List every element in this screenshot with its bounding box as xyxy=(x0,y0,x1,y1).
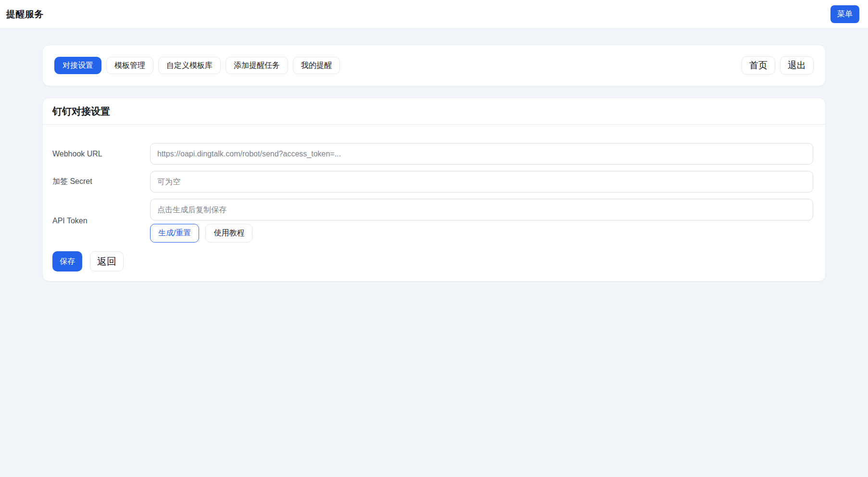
tab-integration-settings[interactable]: 对接设置 xyxy=(54,57,101,74)
panel-body: Webhook URL 加签 Secret API Token 生成/重置 使用… xyxy=(43,125,825,281)
api-token-label: API Token xyxy=(52,217,150,225)
secret-row: 加签 Secret xyxy=(52,171,813,193)
nav-tab-group: 对接设置 模板管理 自定义模板库 添加提醒任务 我的提醒 xyxy=(54,57,340,74)
api-token-input[interactable] xyxy=(150,199,813,220)
menu-button[interactable]: 菜单 xyxy=(830,5,859,23)
api-token-buttons: 生成/重置 使用教程 xyxy=(150,224,813,243)
generate-reset-button[interactable]: 生成/重置 xyxy=(150,224,199,243)
api-token-field-wrap: 生成/重置 使用教程 xyxy=(150,199,813,243)
tab-my-reminders[interactable]: 我的提醒 xyxy=(293,57,340,74)
webhook-url-input[interactable] xyxy=(150,143,813,165)
tab-add-reminder-task[interactable]: 添加提醒任务 xyxy=(226,57,288,74)
back-button[interactable]: 返回 xyxy=(90,251,124,271)
navigation-bar: 对接设置 模板管理 自定义模板库 添加提醒任务 我的提醒 首页 退出 xyxy=(42,45,826,86)
panel-header: 钉钉对接设置 xyxy=(43,98,825,125)
tab-custom-template-library[interactable]: 自定义模板库 xyxy=(158,57,221,74)
nav-right-group: 首页 退出 xyxy=(742,56,814,75)
tutorial-button[interactable]: 使用教程 xyxy=(205,224,252,243)
panel-title: 钉钉对接设置 xyxy=(52,105,816,118)
top-header: 提醒服务 菜单 xyxy=(0,0,868,29)
form-actions: 保存 返回 xyxy=(52,251,813,271)
secret-label: 加签 Secret xyxy=(52,177,150,187)
home-button[interactable]: 首页 xyxy=(742,56,775,75)
exit-button[interactable]: 退出 xyxy=(780,56,814,75)
api-token-row: API Token 生成/重置 使用教程 xyxy=(52,199,813,243)
app-title: 提醒服务 xyxy=(6,8,44,21)
secret-input[interactable] xyxy=(150,171,813,193)
dingtalk-settings-panel: 钉钉对接设置 Webhook URL 加签 Secret API Token xyxy=(42,98,826,282)
webhook-url-label: Webhook URL xyxy=(52,150,150,158)
save-button[interactable]: 保存 xyxy=(52,251,82,271)
secret-field-wrap xyxy=(150,171,813,193)
webhook-url-row: Webhook URL xyxy=(52,143,813,165)
content-container: 对接设置 模板管理 自定义模板库 添加提醒任务 我的提醒 首页 退出 钉钉对接设… xyxy=(42,45,826,282)
tab-template-management[interactable]: 模板管理 xyxy=(106,57,153,74)
webhook-url-field-wrap xyxy=(150,143,813,165)
